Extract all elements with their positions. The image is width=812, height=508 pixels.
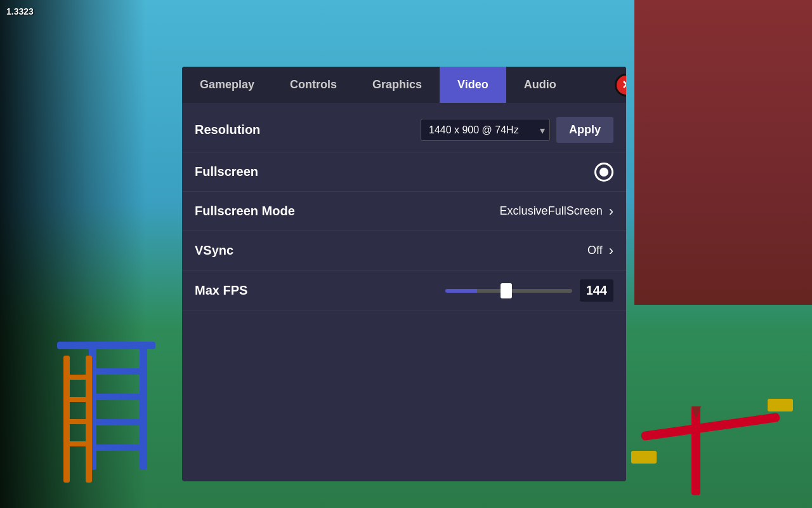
tab-gameplay[interactable]: Gameplay <box>182 67 272 103</box>
resolution-select-wrapper: 1280 x 720 @ 60Hz 1440 x 900 @ 74Hz 1920… <box>421 119 550 141</box>
resolution-control: 1280 x 720 @ 60Hz 1440 x 900 @ 74Hz 1920… <box>421 117 613 143</box>
vsync-chevron[interactable]: › <box>609 243 613 259</box>
fullscreen-control <box>594 163 613 182</box>
max-fps-slider[interactable] <box>445 289 572 293</box>
max-fps-label: Max FPS <box>195 283 322 298</box>
settings-modal: Gameplay Controls Graphics Video Audio ✕… <box>182 67 626 481</box>
tab-bar: Gameplay Controls Graphics Video Audio ✕ <box>182 67 626 103</box>
fullscreen-mode-row: Fullscreen Mode ExclusiveFullScreen › <box>182 192 626 231</box>
fullscreen-dot <box>599 168 608 177</box>
max-fps-control: 144 <box>445 279 613 302</box>
tab-audio[interactable]: Audio <box>506 67 574 103</box>
empty-area <box>182 311 626 476</box>
resolution-label: Resolution <box>195 123 322 137</box>
apply-button[interactable]: Apply <box>556 117 613 143</box>
vsync-control: Off › <box>587 243 613 259</box>
vsync-row: VSync Off › <box>182 231 626 271</box>
fullscreen-mode-value: ExclusiveFullScreen <box>500 204 603 218</box>
tab-controls[interactable]: Controls <box>272 67 355 103</box>
settings-content: Resolution 1280 x 720 @ 60Hz 1440 x 900 … <box>182 103 626 481</box>
fullscreen-toggle[interactable] <box>594 163 613 182</box>
max-fps-row: Max FPS 144 <box>182 271 626 311</box>
fullscreen-label: Fullscreen <box>195 164 322 179</box>
background-wall <box>634 0 812 305</box>
fullscreen-mode-chevron[interactable]: › <box>609 203 613 220</box>
resolution-row: Resolution 1280 x 720 @ 60Hz 1440 x 900 … <box>182 108 626 152</box>
fullscreen-mode-control: ExclusiveFullScreen › <box>500 203 613 220</box>
max-fps-value: 144 <box>580 279 613 302</box>
resolution-select[interactable]: 1280 x 720 @ 60Hz 1440 x 900 @ 74Hz 1920… <box>421 119 550 141</box>
close-button[interactable]: ✕ <box>615 74 626 97</box>
fullscreen-row: Fullscreen <box>182 152 626 192</box>
tab-graphics[interactable]: Graphics <box>355 67 440 103</box>
tab-video[interactable]: Video <box>440 67 506 103</box>
vsync-label: VSync <box>195 243 322 258</box>
vsync-value: Off <box>587 244 603 257</box>
version-text: 1.3323 <box>6 6 34 17</box>
fullscreen-mode-label: Fullscreen Mode <box>195 204 322 218</box>
